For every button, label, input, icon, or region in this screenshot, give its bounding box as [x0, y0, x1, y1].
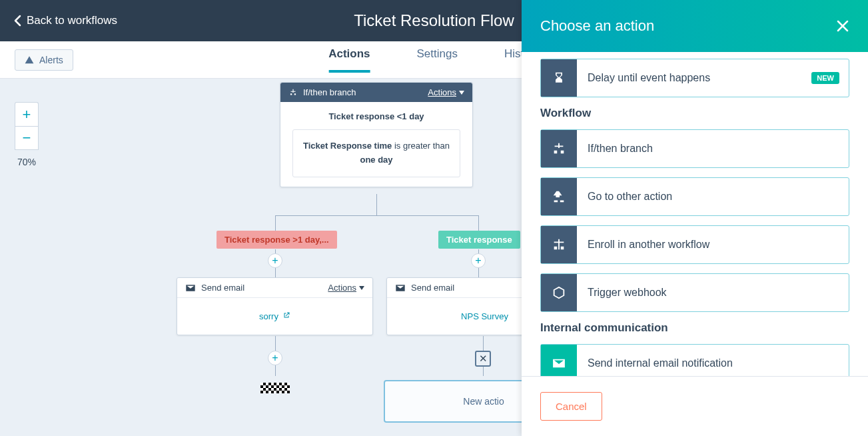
action-label: If/then branch	[577, 143, 849, 155]
condition-suffix: one day	[360, 155, 392, 165]
tab-actions[interactable]: Actions	[328, 47, 370, 73]
card-header: Send email Actions	[177, 278, 372, 298]
card-type: Send email	[201, 283, 244, 293]
zoom-in-button[interactable]: +	[15, 102, 39, 126]
action-delay-until-event[interactable]: Delay until event happens NEW	[540, 59, 849, 97]
add-step-button[interactable]: +	[471, 253, 486, 268]
card-actions-menu[interactable]: Actions	[428, 87, 464, 97]
external-link-icon	[282, 311, 290, 319]
card-type: Send email	[411, 283, 454, 293]
finish-marker	[260, 383, 290, 393]
tab-settings[interactable]: Settings	[417, 47, 458, 73]
workflow-title: Ticket Resolution Flow	[354, 11, 514, 30]
panel-header: Choose an action	[522, 0, 868, 52]
connector	[376, 194, 377, 215]
panel-body: Delay until event happens NEW Workflow I…	[522, 52, 868, 376]
action-goto-other[interactable]: Go to other action	[540, 177, 849, 216]
card-actions-menu[interactable]: Actions	[328, 283, 364, 293]
action-label: Trigger webhook	[577, 287, 849, 299]
close-icon[interactable]	[836, 19, 849, 33]
action-label: Send internal email notification	[577, 357, 849, 369]
zoom-control: + − 70%	[15, 102, 39, 167]
action-send-internal-email[interactable]: Send internal email notification	[540, 344, 849, 376]
condition-title: Ticket response <1 day	[292, 111, 460, 121]
action-label: Delay until event happens	[577, 72, 811, 84]
add-step-button[interactable]: +	[268, 253, 282, 268]
ifthen-card[interactable]: If/then branch Actions Ticket response <…	[280, 82, 473, 187]
back-button[interactable]: Back to workflows	[13, 14, 117, 27]
webhook-icon	[541, 274, 577, 311]
branch-icon	[288, 88, 298, 97]
condition-box: Ticket Response time is greater than one…	[292, 129, 460, 177]
action-trigger-webhook[interactable]: Trigger webhook	[540, 273, 849, 312]
caret-down-icon	[359, 286, 364, 290]
actions-label: Actions	[428, 87, 456, 97]
connector	[275, 215, 276, 232]
card-header: If/then branch Actions	[280, 83, 472, 102]
action-enroll-workflow[interactable]: Enroll in another workflow	[540, 225, 849, 264]
action-ifthen-branch[interactable]: If/then branch	[540, 129, 849, 168]
branch-icon	[541, 130, 577, 167]
tabs: Actions Settings History	[328, 47, 540, 73]
branch-label-no[interactable]: Ticket response	[438, 231, 520, 249]
chevron-left-icon	[13, 15, 21, 27]
enroll-icon	[541, 226, 577, 263]
email-icon	[541, 345, 577, 376]
caret-down-icon	[459, 91, 464, 95]
zoom-level: 70%	[17, 157, 36, 167]
card-body: Ticket response <1 day Ticket Response t…	[280, 102, 472, 187]
add-step-button[interactable]: +	[268, 351, 282, 365]
action-panel: Choose an action Delay until event happe…	[522, 0, 868, 436]
action-label: Go to other action	[577, 191, 849, 203]
email-icon	[395, 284, 406, 292]
connector	[478, 215, 479, 232]
email-preview-link[interactable]: sorry	[177, 298, 372, 335]
email-icon	[185, 284, 196, 292]
cancel-step-button[interactable]: ✕	[475, 351, 491, 367]
panel-footer: Cancel	[522, 376, 868, 436]
branch-label-yes[interactable]: Ticket response >1 day,...	[217, 231, 337, 249]
connector	[275, 215, 478, 216]
section-workflow: Workflow	[540, 107, 849, 120]
back-label: Back to workflows	[27, 14, 117, 27]
cancel-button[interactable]: Cancel	[540, 392, 602, 421]
goto-icon	[541, 178, 577, 215]
alerts-label: Alerts	[39, 55, 63, 65]
alerts-button[interactable]: Alerts	[15, 49, 73, 71]
condition-prefix: Ticket Response time	[303, 141, 392, 151]
action-label: Enroll in another workflow	[577, 239, 849, 251]
condition-middle: is greater than	[392, 141, 450, 151]
zoom-out-button[interactable]: −	[15, 126, 39, 150]
email-card-left[interactable]: Send email Actions sorry	[177, 277, 373, 335]
card-type: If/then branch	[303, 87, 356, 97]
section-internal: Internal communication	[540, 321, 849, 335]
hourglass-icon	[541, 59, 577, 97]
actions-label: Actions	[328, 283, 356, 293]
new-badge: NEW	[811, 72, 839, 84]
alert-icon	[25, 55, 34, 65]
panel-title: Choose an action	[540, 17, 654, 35]
